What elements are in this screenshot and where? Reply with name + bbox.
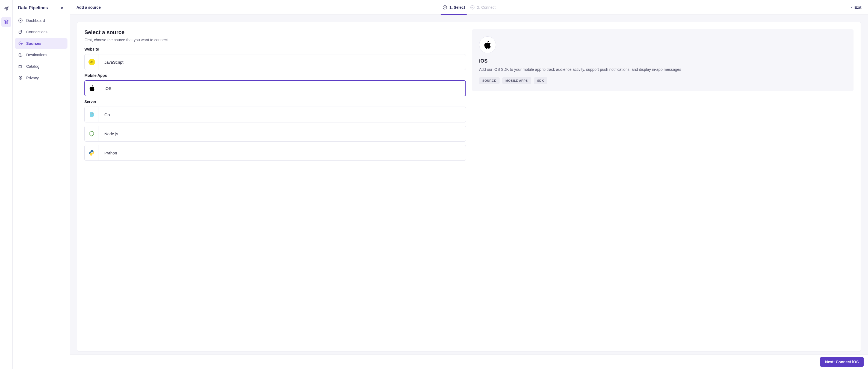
- exit-link-label: Exit: [854, 5, 862, 9]
- sidebar-title: Data Pipelines: [18, 5, 48, 10]
- target-arrow-icon: [18, 30, 23, 34]
- svg-rect-3: [20, 78, 21, 79]
- page-title: Select a source: [84, 29, 466, 35]
- source-card-label: Python: [99, 151, 117, 155]
- source-card-label: Go: [99, 112, 110, 117]
- sidebar-header: Data Pipelines: [15, 4, 67, 15]
- rail-layers-icon[interactable]: [1, 17, 11, 27]
- detail-description: Add our iOS SDK to your mobile app to tr…: [479, 67, 846, 73]
- svg-point-10: [92, 113, 92, 114]
- sidebar-nav: Dashboard Connections Sources Destinatio…: [15, 15, 67, 83]
- source-picker-column: Select a source First, choose the source…: [84, 29, 466, 344]
- step-select[interactable]: 1. Select: [442, 0, 465, 15]
- step-connect: 2. Connect: [470, 0, 496, 15]
- python-icon: [85, 145, 99, 161]
- group-label-mobile-apps: Mobile Apps: [84, 73, 466, 78]
- source-card-label: Node.js: [99, 132, 118, 136]
- go-gopher-icon: [85, 107, 99, 122]
- svg-point-1: [20, 20, 21, 21]
- sidebar-item-privacy[interactable]: Privacy: [15, 73, 67, 83]
- sidebar-item-label: Dashboard: [26, 18, 45, 23]
- main: Add a source 1. Select 2. Connect Exit S…: [70, 0, 868, 369]
- tag-sdk: SDK: [534, 77, 547, 84]
- detail-title: iOS: [479, 58, 846, 64]
- group-label-website: Website: [84, 47, 466, 51]
- sidebar-item-label: Destinations: [26, 53, 47, 57]
- svg-rect-6: [90, 112, 94, 117]
- source-card-nodejs[interactable]: Node.js: [84, 126, 466, 142]
- svg-point-5: [471, 5, 474, 9]
- next-connect-button[interactable]: Next: Connect iOS: [820, 357, 864, 367]
- sidebar-item-destinations[interactable]: Destinations: [15, 50, 67, 60]
- apple-icon: [85, 81, 99, 96]
- sidebar-item-label: Sources: [26, 41, 41, 46]
- source-card-go[interactable]: Go: [84, 107, 466, 122]
- apple-icon: [479, 36, 496, 53]
- sidebar-item-catalog[interactable]: Catalog: [15, 61, 67, 72]
- icon-rail: [0, 0, 12, 369]
- svg-point-4: [443, 5, 447, 9]
- sidebar-item-label: Catalog: [26, 64, 39, 68]
- content-body: Select a source First, choose the source…: [70, 15, 868, 369]
- check-circle-icon: [442, 5, 447, 10]
- stepper: 1. Select 2. Connect: [442, 0, 496, 15]
- topbar: Add a source 1. Select 2. Connect Exit: [70, 0, 868, 15]
- check-circle-icon: [470, 5, 475, 10]
- content-panel: Select a source First, choose the source…: [77, 22, 861, 351]
- nodejs-icon: [85, 126, 99, 141]
- sidebar-item-dashboard[interactable]: Dashboard: [15, 15, 67, 26]
- javascript-icon: JS: [85, 54, 99, 70]
- sidebar-item-sources[interactable]: Sources: [15, 38, 67, 49]
- step-label: 2. Connect: [477, 5, 496, 9]
- sidebar-item-connections[interactable]: Connections: [15, 27, 67, 37]
- exit-link[interactable]: Exit: [850, 5, 862, 9]
- tag-mobile-apps: MOBILE APPS: [502, 77, 531, 84]
- tag-source: SOURCE: [479, 77, 500, 84]
- step-label: 1. Select: [450, 5, 465, 9]
- page-header-title: Add a source: [76, 5, 101, 9]
- footer-bar: Next: Connect iOS: [70, 354, 868, 369]
- sidebar-item-label: Privacy: [26, 76, 39, 80]
- group-label-server: Server: [84, 100, 466, 104]
- source-card-ios[interactable]: iOS: [84, 80, 466, 96]
- puzzle-icon: [18, 64, 23, 69]
- source-card-python[interactable]: Python: [84, 145, 466, 161]
- detail-tags: SOURCE MOBILE APPS SDK: [479, 77, 846, 84]
- gauge-icon: [18, 18, 23, 23]
- detail-column: iOS Add our iOS SDK to your mobile app t…: [472, 29, 854, 344]
- source-detail-card: iOS Add our iOS SDK to your mobile app t…: [472, 29, 854, 91]
- shield-lock-icon: [18, 76, 23, 80]
- enter-arrow-icon: [18, 53, 23, 57]
- sidebar-item-label: Connections: [26, 30, 48, 34]
- svg-point-9: [91, 113, 91, 114]
- page-description: First, choose the source that you want t…: [84, 38, 466, 42]
- source-card-javascript[interactable]: JS JavaScript: [84, 54, 466, 70]
- source-card-label: JavaScript: [99, 60, 123, 64]
- exit-arrow-icon: [18, 41, 23, 46]
- chevron-left-icon: [850, 6, 853, 9]
- collapse-sidebar-button[interactable]: [60, 6, 64, 10]
- sidebar: Data Pipelines Dashboard Connections Sou…: [12, 0, 70, 369]
- source-card-label: iOS: [99, 86, 112, 91]
- rail-paper-plane-icon[interactable]: [1, 4, 11, 14]
